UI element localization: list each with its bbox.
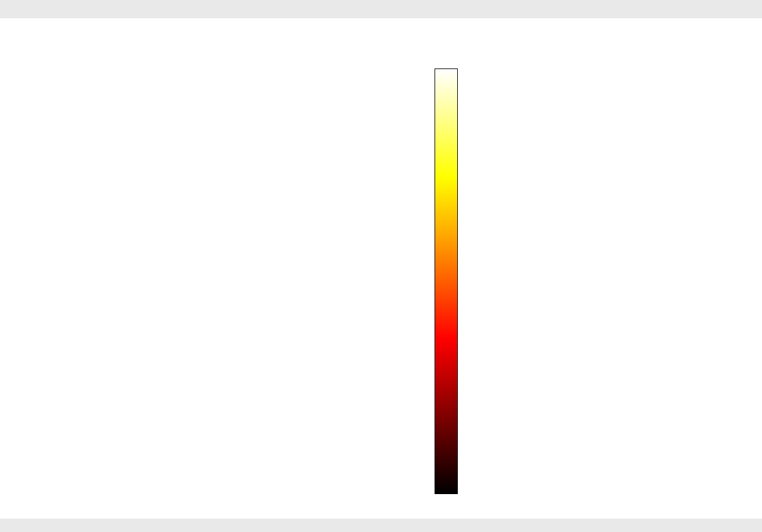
qc-report-page <box>0 0 762 532</box>
cut-in-x-plot <box>514 308 762 426</box>
header-bar <box>0 0 762 18</box>
histogram-full-plot <box>514 166 762 276</box>
footer-bar <box>0 519 762 532</box>
detector-image <box>65 109 419 456</box>
colorbar <box>435 68 458 494</box>
cut-in-y-plot <box>514 413 762 531</box>
histogram-detail-plot <box>514 61 762 171</box>
